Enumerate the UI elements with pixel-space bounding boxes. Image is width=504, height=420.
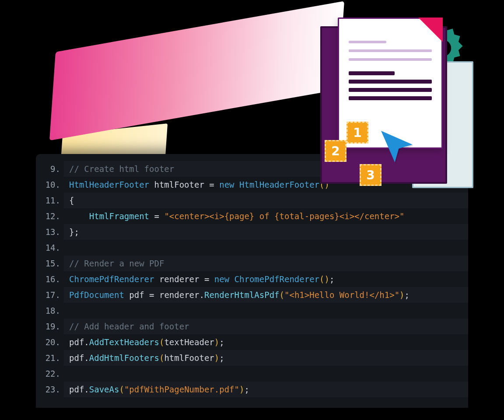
code-line[interactable]: 13.}; xyxy=(36,224,468,240)
page-number-badge-3: 3 xyxy=(360,164,382,186)
line-number: 19. xyxy=(36,318,64,334)
code-line[interactable]: 14. xyxy=(36,240,468,256)
code-line[interactable]: 16.ChromePdfRenderer renderer = new Chro… xyxy=(36,271,468,287)
cursor-icon xyxy=(377,127,416,166)
code-content[interactable]: pdf.SaveAs("pdfWithPageNumber.pdf"); xyxy=(64,382,468,397)
code-content[interactable]: ChromePdfRenderer renderer = new ChromeP… xyxy=(64,271,468,287)
line-number: 20. xyxy=(36,334,64,350)
document-stack-illustration: 1 2 3 xyxy=(320,9,469,192)
code-line[interactable]: 23.pdf.SaveAs("pdfWithPageNumber.pdf"); xyxy=(36,382,468,397)
line-number: 9. xyxy=(36,161,64,177)
line-number: 15. xyxy=(36,256,64,271)
code-line[interactable]: 22. xyxy=(36,366,468,382)
code-line[interactable]: 18. xyxy=(36,303,468,318)
line-number: 14. xyxy=(36,240,64,256)
page-number-badge-2: 2 xyxy=(325,140,346,162)
code-content[interactable]: HtmlFragment = "<center><i>{page} of {to… xyxy=(64,208,468,224)
page-number-badge-1: 1 xyxy=(346,122,368,144)
line-number: 11. xyxy=(36,192,64,208)
code-content[interactable]: pdf.AddTextHeaders(textHeader); xyxy=(64,334,468,350)
code-line[interactable]: 17.PdfDocument pdf = renderer.RenderHtml… xyxy=(36,287,468,303)
code-line[interactable]: 12. HtmlFragment = "<center><i>{page} of… xyxy=(36,208,468,224)
line-number: 10. xyxy=(36,177,64,192)
code-content[interactable]: }; xyxy=(64,224,468,240)
line-number: 13. xyxy=(36,224,64,240)
code-line[interactable]: 11.{ xyxy=(36,192,468,208)
code-line[interactable]: 15.// Render a new PDF xyxy=(36,256,468,271)
code-line[interactable]: 19.// Add header and footer xyxy=(36,318,468,334)
document-lines-icon xyxy=(349,41,432,105)
line-number: 18. xyxy=(36,303,64,318)
code-content[interactable]: // Render a new PDF xyxy=(64,256,468,271)
line-number: 21. xyxy=(36,350,64,366)
line-number: 16. xyxy=(36,271,64,287)
code-content[interactable]: // Add header and footer xyxy=(64,318,468,334)
code-line[interactable]: 21.pdf.AddHtmlFooters(htmlFooter); xyxy=(36,350,468,366)
line-number: 23. xyxy=(36,382,64,397)
code-content[interactable]: PdfDocument pdf = renderer.RenderHtmlAsP… xyxy=(64,287,468,303)
banner-gradient xyxy=(49,1,344,140)
code-line[interactable]: 20.pdf.AddTextHeaders(textHeader); xyxy=(36,334,468,350)
code-content[interactable]: { xyxy=(64,192,468,208)
line-number: 22. xyxy=(36,366,64,382)
line-number: 12. xyxy=(36,208,64,224)
line-number: 17. xyxy=(36,287,64,303)
code-content[interactable]: pdf.AddHtmlFooters(htmlFooter); xyxy=(64,350,468,366)
